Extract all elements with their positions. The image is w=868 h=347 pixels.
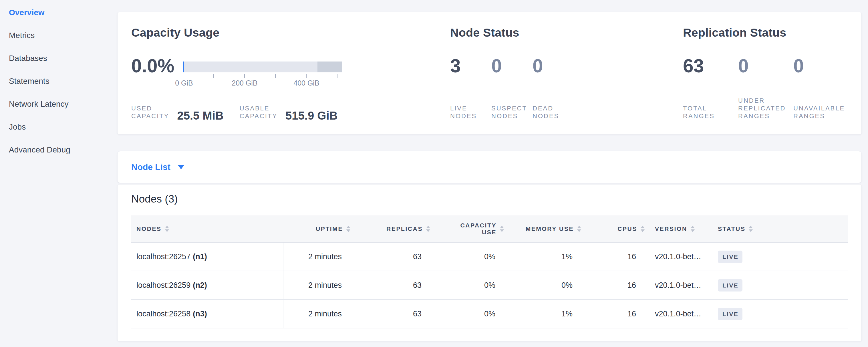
cpus-cell: 16 [583, 242, 647, 271]
capacity-gauge: 0.0% 0 GiB [131, 56, 342, 87]
cluster-summary-card: Capacity Usage 0.0% [117, 12, 862, 134]
capacity-axis-ticks [183, 73, 342, 78]
suspect-nodes-stat: 0 SUSPECT NODES [491, 56, 532, 120]
status-cell: LIVE [704, 242, 761, 271]
capacity-stats: USED CAPACITY 25.5 MiB USABLE CAPACITY 5… [131, 104, 338, 120]
sidebar-item-overview[interactable]: Overview [9, 1, 117, 24]
filler-cell [761, 271, 848, 299]
replication-status-title: Replication Status [683, 26, 860, 39]
sidebar-item-databases[interactable]: Databases [9, 47, 117, 70]
column-header-cpus[interactable]: CPUS [583, 215, 647, 242]
table-row: localhost:26257(n1) 2 minutes 63 0% 1% 1… [131, 242, 848, 271]
replicas-cell: 63 [353, 271, 432, 299]
version-cell: v20.1.0-bet… [647, 271, 704, 299]
under-replicated-ranges-value: 0 [738, 56, 793, 75]
nodes-section-title: Nodes (3) [131, 193, 178, 205]
capacity-axis-labels: 0 GiB 200 GiB 400 GiB [183, 79, 342, 87]
dead-nodes-label: DEAD NODES [532, 104, 574, 120]
column-header-uptime[interactable]: UPTIME [283, 215, 353, 242]
node-address-cell[interactable]: localhost:26257(n1) [131, 242, 283, 271]
memory-use-cell: 0% [506, 271, 583, 299]
replication-stats: 63 TOTAL RANGES 0 UNDER- REPLICATED RANG… [683, 56, 848, 120]
sort-icon [691, 226, 695, 232]
memory-use-cell: 1% [506, 299, 583, 328]
column-header-status[interactable]: STATUS [704, 215, 761, 242]
usable-capacity-value: 515.9 GiB [285, 109, 338, 122]
live-nodes-label: LIVE NODES [450, 104, 491, 120]
sidebar-item-jobs[interactable]: Jobs [9, 116, 117, 138]
suspect-nodes-label: SUSPECT NODES [491, 104, 532, 120]
unavailable-ranges-stat: 0 UNAVAILABLE RANGES [793, 56, 848, 120]
version-cell: v20.1.0-bet… [647, 242, 704, 271]
sort-icon [577, 226, 581, 232]
under-replicated-ranges-stat: 0 UNDER- REPLICATED RANGES [738, 56, 793, 120]
sort-icon [165, 226, 169, 232]
unavailable-ranges-value: 0 [793, 56, 848, 75]
status-badge: LIVE [718, 279, 742, 291]
axis-label-400gib: 400 GiB [293, 79, 319, 87]
node-address-cell[interactable]: localhost:26259(n2) [131, 271, 283, 299]
sidebar-item-statements[interactable]: Statements [9, 70, 117, 93]
cpus-cell: 16 [583, 299, 647, 328]
used-capacity-stat: USED CAPACITY 25.5 MiB [131, 104, 224, 120]
node-status-stats: 3 LIVE NODES 0 SUSPECT NODES 0 [450, 56, 574, 120]
sort-icon [641, 226, 645, 232]
live-nodes-value: 3 [450, 56, 491, 75]
uptime-cell: 2 minutes [283, 271, 353, 299]
cpus-cell: 16 [583, 271, 647, 299]
memory-use-cell: 1% [506, 242, 583, 271]
under-replicated-ranges-label: UNDER- REPLICATED RANGES [738, 97, 793, 120]
column-header-nodes[interactable]: NODES [131, 215, 283, 242]
filler-cell [761, 242, 848, 271]
capacity-use-cell: 0% [432, 299, 506, 328]
version-cell: v20.1.0-bet… [647, 299, 704, 328]
replicas-cell: 63 [353, 242, 432, 271]
sidebar-item-network-latency[interactable]: Network Latency [9, 93, 117, 116]
usable-capacity-stat: USABLE CAPACITY 515.9 GiB [240, 104, 338, 120]
unavailable-ranges-label: UNAVAILABLE RANGES [793, 104, 848, 120]
sort-icon [426, 226, 430, 232]
capacity-bar-reserved-segment [317, 62, 342, 72]
status-badge: LIVE [718, 308, 742, 320]
uptime-cell: 2 minutes [283, 242, 353, 271]
capacity-percent: 0.0% [131, 56, 174, 87]
column-header-capacity-use[interactable]: CAPACITY USE [432, 215, 506, 242]
dead-nodes-stat: 0 DEAD NODES [532, 56, 574, 120]
capacity-usage-title: Capacity Usage [131, 26, 446, 39]
capacity-use-cell: 0% [432, 271, 506, 299]
used-capacity-value: 25.5 MiB [177, 109, 223, 122]
axis-label-200gib: 200 GiB [231, 79, 257, 87]
column-header-memory-use[interactable]: MEMORY USE [506, 215, 583, 242]
used-capacity-label: USED CAPACITY [131, 104, 169, 120]
column-header-filler [761, 215, 848, 242]
node-status-title: Node Status [450, 26, 668, 39]
sort-icon [346, 226, 350, 232]
column-header-replicas[interactable]: REPLICAS [353, 215, 432, 242]
capacity-bar-block: 0 GiB 200 GiB 400 GiB [183, 56, 342, 87]
replication-status-section: Replication Status 63 TOTAL RANGES 0 UND… [683, 26, 860, 39]
table-row: localhost:26259(n2) 2 minutes 63 0% 0% 1… [131, 271, 848, 299]
live-nodes-stat: 3 LIVE NODES [450, 56, 491, 120]
sidebar-item-metrics[interactable]: Metrics [9, 24, 117, 47]
suspect-nodes-value: 0 [491, 56, 532, 75]
sidebar-item-advanced-debug[interactable]: Advanced Debug [9, 138, 117, 161]
sort-icon [500, 226, 504, 232]
status-cell: LIVE [704, 299, 761, 328]
total-ranges-value: 63 [683, 56, 738, 75]
capacity-usage-section: Capacity Usage 0.0% [131, 26, 446, 39]
table-header-row: NODES UPTIME REPLICAS CAPACITY USE [131, 215, 848, 242]
node-list-dropdown[interactable]: Node List [117, 151, 862, 183]
column-header-version[interactable]: VERSION [647, 215, 704, 242]
node-address-cell[interactable]: localhost:26258(n3) [131, 299, 283, 328]
chevron-down-icon [178, 165, 184, 169]
status-badge: LIVE [718, 251, 742, 263]
node-status-section: Node Status 3 LIVE NODES 0 SUSPECT NODES [450, 26, 668, 39]
nodes-table-card: Nodes (3) NODES UPTIME RE [117, 184, 862, 341]
uptime-cell: 2 minutes [283, 299, 353, 328]
capacity-use-cell: 0% [432, 242, 506, 271]
axis-label-0gib: 0 GiB [175, 79, 193, 87]
status-cell: LIVE [704, 271, 761, 299]
filler-cell [761, 299, 848, 328]
total-ranges-stat: 63 TOTAL RANGES [683, 56, 738, 120]
sidebar: Overview Metrics Databases Statements Ne… [0, 0, 117, 347]
